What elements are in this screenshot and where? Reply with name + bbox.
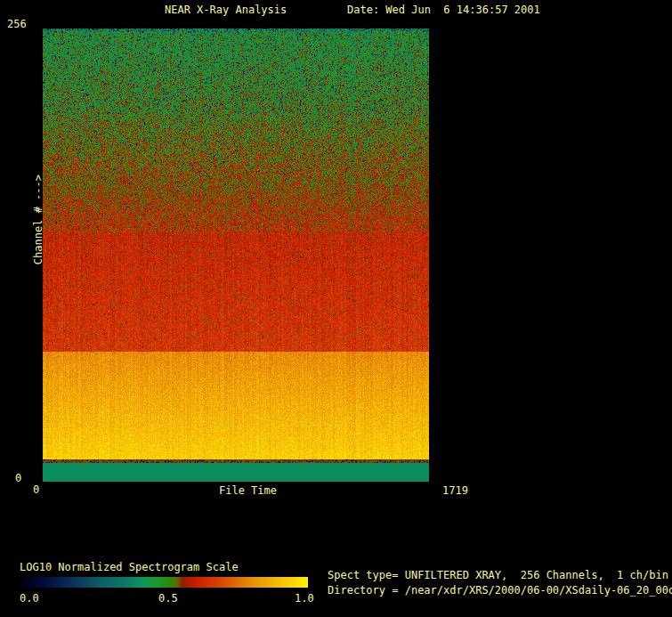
spect-type-line: Spect type= UNFILTERED XRAY, 256 Channel… — [328, 570, 668, 581]
colorbar-tick-0: 0.0 — [20, 593, 39, 605]
colorbar-tick-1: 0.5 — [158, 593, 178, 605]
y-axis-tick-max: 256 — [7, 19, 27, 30]
x-axis-tick-min: 0 — [33, 484, 39, 496]
directory-line: Directory = /near/xdr/XRS/2000/06-00/XSd… — [328, 585, 672, 597]
date-label: Date: Wed Jun 6 14:36:57 2001 — [347, 4, 540, 16]
x-axis-label: File Time — [219, 485, 277, 497]
x-axis-tick-max: 1719 — [442, 485, 468, 497]
y-axis-tick-min: 0 — [15, 473, 21, 484]
page-title: NEAR X-Ray Analysis — [165, 4, 287, 16]
near-xray-analysis-window: NEAR X-Ray Analysis Date: Wed Jun 6 14:3… — [0, 0, 672, 617]
spectrogram-canvas — [43, 28, 429, 482]
colorbar-title: LOG10 Normalized Spectrogram Scale — [20, 562, 239, 573]
colorbar-tick-2: 1.0 — [295, 593, 314, 605]
colorbar-canvas — [20, 577, 308, 588]
